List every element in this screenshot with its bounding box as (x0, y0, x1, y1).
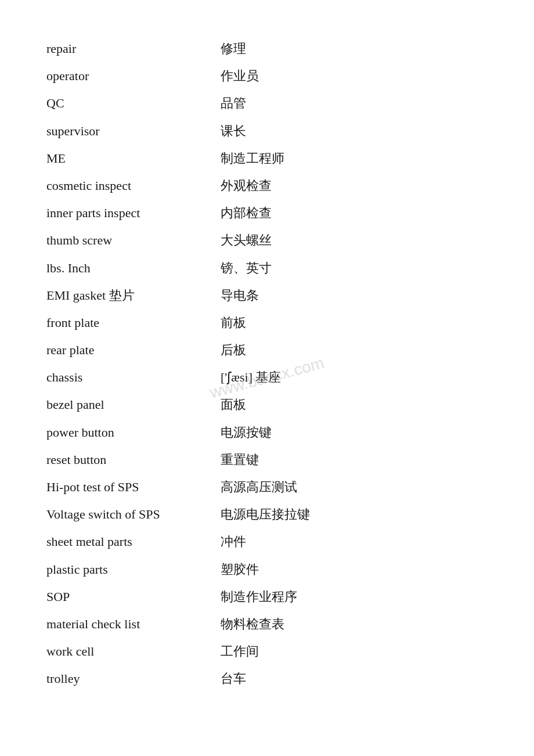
vocab-chinese-7: 大头螺丝 (221, 230, 272, 250)
vocab-english-21: material check list (46, 614, 209, 634)
vocab-item: front plate前板 (46, 309, 488, 336)
vocab-chinese-18: 冲件 (221, 531, 246, 552)
vocab-chinese-11: 后板 (221, 340, 246, 360)
vocab-item: Voltage switch of SPS电源电压接拉键 (46, 501, 488, 528)
vocab-english-17: Voltage switch of SPS (46, 504, 209, 524)
vocab-english-6: inner parts inspect (46, 203, 209, 223)
vocab-chinese-5: 外观检查 (221, 175, 272, 196)
vocab-chinese-14: 电源按键 (221, 422, 272, 442)
vocab-chinese-2: 品管 (221, 93, 246, 113)
vocab-item: sheet metal parts冲件 (46, 528, 488, 555)
vocab-english-10: front plate (46, 312, 209, 333)
vocab-english-16: Hi-pot test of SPS (46, 477, 209, 497)
vocab-english-20: SOP (46, 586, 209, 607)
vocab-chinese-17: 电源电压接拉键 (221, 504, 310, 524)
vocab-item: Hi-pot test of SPS高源高压测试 (46, 473, 488, 501)
vocab-english-14: power button (46, 422, 209, 442)
vocab-chinese-3: 课长 (221, 121, 246, 141)
vocab-english-5: cosmetic inspect (46, 175, 209, 196)
vocab-item: lbs. Inch镑、英寸 (46, 254, 488, 282)
vocab-item: thumb screw大头螺丝 (46, 226, 488, 254)
vocab-chinese-4: 制造工程师 (221, 148, 284, 168)
vocab-chinese-20: 制造作业程序 (221, 586, 297, 607)
vocab-item: reset button重置键 (46, 446, 488, 473)
vocab-item: supervisor课长 (46, 117, 488, 145)
vocab-chinese-21: 物料检查表 (221, 614, 284, 634)
vocab-item: EMI gasket 垫片导电条 (46, 282, 488, 309)
vocab-item: trolley台车 (46, 665, 488, 692)
vocab-english-15: reset button (46, 449, 209, 470)
vocab-chinese-6: 内部检查 (221, 203, 272, 223)
vocab-item: QC品管 (46, 89, 488, 117)
vocab-english-7: thumb screw (46, 230, 209, 250)
vocab-item: material check list物料检查表 (46, 610, 488, 638)
vocab-chinese-9: 导电条 (221, 285, 259, 305)
vocab-english-23: trolley (46, 668, 209, 689)
vocab-chinese-22: 工作间 (221, 641, 259, 661)
vocab-item: operator作业员 (46, 62, 488, 89)
vocab-item: inner parts inspect内部检查 (46, 199, 488, 226)
vocab-chinese-10: 前板 (221, 312, 246, 333)
vocab-english-18: sheet metal parts (46, 531, 209, 552)
vocab-item: chassis['ʃæsi] 基座 (46, 363, 488, 391)
vocab-item: rear plate后板 (46, 336, 488, 363)
vocab-english-13: bezel panel (46, 394, 209, 415)
vocab-chinese-13: 面板 (221, 394, 246, 415)
vocab-chinese-23: 台车 (221, 668, 246, 689)
vocab-item: SOP制造作业程序 (46, 583, 488, 610)
vocab-chinese-12: ['ʃæsi] 基座 (221, 367, 281, 387)
vocab-english-1: operator (46, 66, 209, 86)
vocab-item: plastic parts塑胶件 (46, 556, 488, 583)
vocab-chinese-0: 修理 (221, 38, 246, 59)
vocab-english-8: lbs. Inch (46, 258, 209, 278)
vocab-chinese-1: 作业员 (221, 66, 259, 86)
vocab-english-4: ME (46, 148, 209, 168)
vocab-chinese-16: 高源高压测试 (221, 477, 297, 497)
vocab-english-22: work cell (46, 641, 209, 661)
vocab-item: bezel panel面板 (46, 391, 488, 418)
vocab-chinese-8: 镑、英寸 (221, 258, 272, 278)
vocab-chinese-19: 塑胶件 (221, 559, 259, 579)
vocab-item: work cell工作间 (46, 638, 488, 665)
vocab-item: power button电源按键 (46, 419, 488, 446)
vocab-chinese-15: 重置键 (221, 449, 259, 470)
vocab-english-3: supervisor (46, 121, 209, 141)
vocab-english-2: QC (46, 93, 209, 113)
vocab-english-19: plastic parts (46, 559, 209, 579)
vocab-item: ME制造工程师 (46, 145, 488, 172)
vocab-item: repair修理 (46, 35, 488, 62)
vocab-english-12: chassis (46, 367, 209, 387)
vocab-english-0: repair (46, 38, 209, 59)
vocab-english-9: EMI gasket 垫片 (46, 285, 209, 305)
vocab-item: cosmetic inspect外观检查 (46, 172, 488, 199)
vocabulary-list: repair修理operator作业员QC品管supervisor课长ME制造工… (46, 35, 488, 693)
vocab-english-11: rear plate (46, 340, 209, 360)
